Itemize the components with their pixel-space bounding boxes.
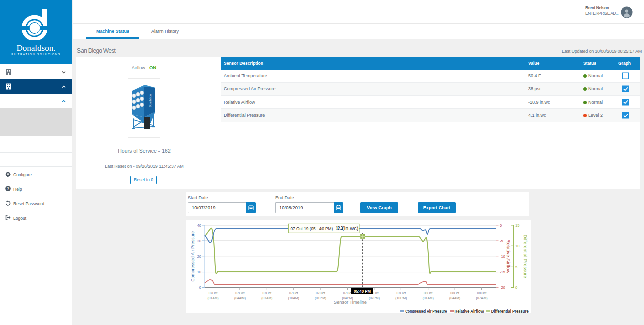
svg-text:08Oct: 08Oct	[424, 291, 433, 295]
svg-text:(in.wc): (in.wc)	[342, 226, 359, 231]
svg-text:(07AM): (07AM)	[476, 296, 488, 300]
svg-text:05:40 PM: 05:40 PM	[354, 289, 371, 294]
svg-text:07Oct: 07Oct	[397, 291, 406, 295]
svg-text:07Oct: 07Oct	[289, 291, 298, 295]
svg-text:5: 5	[515, 265, 517, 269]
svg-text:08Oct: 08Oct	[450, 291, 459, 295]
svg-text:Compressed Air Pressure: Compressed Air Pressure	[405, 309, 447, 313]
svg-text:07Oct: 07Oct	[316, 291, 325, 295]
svg-text:(10AM): (10AM)	[288, 296, 299, 300]
svg-text:-15: -15	[500, 270, 505, 274]
svg-text:20: 20	[197, 254, 201, 259]
svg-text:Sensor Timeline: Sensor Timeline	[334, 299, 367, 305]
svg-text:07 Oct 19 (05 : 40 PM):: 07 Oct 19 (05 : 40 PM):	[291, 226, 334, 231]
svg-text:15: 15	[515, 223, 519, 228]
svg-text:-5: -5	[500, 239, 503, 243]
svg-text:(01AM): (01AM)	[208, 296, 219, 300]
svg-text:08Oct: 08Oct	[477, 291, 487, 295]
svg-text:(07AM): (07AM)	[261, 296, 272, 300]
svg-text:07Oct: 07Oct	[343, 291, 352, 295]
svg-text:10: 10	[197, 270, 201, 274]
svg-text:Differential Pressure: Differential Pressure	[491, 309, 529, 313]
svg-text:(10PM): (10PM)	[395, 296, 407, 300]
svg-text:0: 0	[199, 285, 201, 290]
svg-text:10: 10	[515, 244, 519, 248]
svg-text:Differential Pressure: Differential Pressure	[523, 235, 528, 278]
svg-text:Relative Airflow: Relative Airflow	[506, 239, 511, 273]
svg-text:0: 0	[500, 223, 502, 228]
svg-text:30: 30	[197, 239, 201, 243]
svg-text:Donaldson: Donaldson	[149, 94, 152, 107]
svg-text:07Oct: 07Oct	[235, 291, 245, 295]
svg-text:07Oct: 07Oct	[209, 291, 218, 295]
svg-text:(04AM): (04AM)	[449, 296, 460, 300]
svg-text:0: 0	[515, 285, 517, 290]
svg-text:(04AM): (04AM)	[234, 296, 246, 300]
svg-text:-20: -20	[500, 285, 505, 290]
svg-text:?: ?	[7, 186, 9, 191]
svg-text:07Oct: 07Oct	[263, 291, 272, 295]
svg-text:12.3: 12.3	[336, 225, 343, 231]
svg-text:40: 40	[197, 223, 201, 228]
svg-text:-10: -10	[500, 254, 505, 259]
svg-text:(01PM): (01PM)	[315, 296, 326, 300]
svg-text:Relative Airflow: Relative Airflow	[455, 309, 484, 313]
svg-text:(07PM): (07PM)	[369, 296, 380, 300]
svg-text:Compressed Air Pressure: Compressed Air Pressure	[190, 231, 195, 282]
svg-text:(01AM): (01AM)	[423, 296, 434, 300]
